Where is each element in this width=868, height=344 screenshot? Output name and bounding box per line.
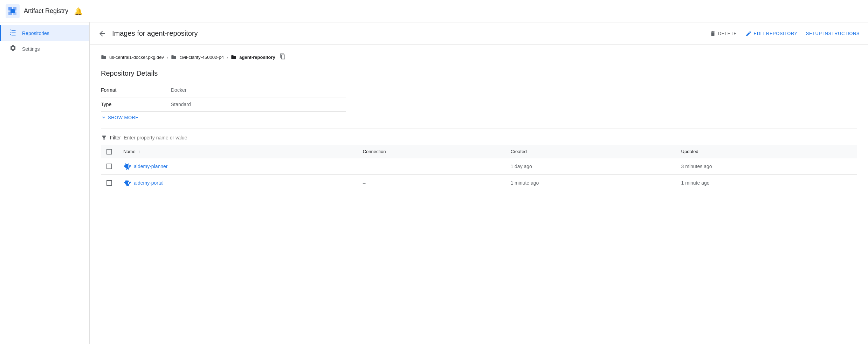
column-created-label: Created bbox=[510, 149, 526, 154]
table-header-row: Name ↑ Connection Created Updated bbox=[101, 145, 857, 158]
chevron-down-icon bbox=[101, 115, 106, 120]
column-connection-label: Connection bbox=[363, 149, 386, 154]
back-button[interactable] bbox=[98, 29, 106, 38]
svg-rect-5 bbox=[11, 9, 15, 13]
table-header-updated: Updated bbox=[676, 145, 857, 158]
copy-icon[interactable] bbox=[280, 53, 286, 61]
top-bar: Artifact Registry 🔔 bbox=[0, 0, 868, 22]
edit-repository-label: EDIT REPOSITORY bbox=[754, 31, 798, 36]
docker-icon-2 bbox=[123, 179, 131, 187]
details-row-format: Format Docker bbox=[101, 83, 346, 97]
breadcrumb-item-registry[interactable]: us-central1-docker.pkg.dev bbox=[101, 54, 164, 60]
delete-icon bbox=[710, 30, 716, 37]
details-value-format: Docker bbox=[171, 83, 346, 97]
image-link-2[interactable]: aidemy-portal bbox=[123, 179, 352, 187]
edit-repository-button[interactable]: EDIT REPOSITORY bbox=[745, 30, 798, 37]
sidebar-item-settings-label: Settings bbox=[22, 46, 40, 52]
details-key-format: Format bbox=[101, 83, 171, 97]
created-value-2: 1 minute ago bbox=[510, 180, 539, 186]
header-actions: DELETE EDIT REPOSITORY SETUP INSTRUCTION… bbox=[710, 30, 860, 37]
row-checkbox-2 bbox=[101, 174, 118, 191]
table-header-created: Created bbox=[505, 145, 675, 158]
artifact-registry-icon bbox=[6, 4, 20, 18]
edit-icon bbox=[745, 30, 752, 37]
row-updated-2: 1 minute ago bbox=[676, 174, 857, 191]
updated-value-1: 3 minutes ago bbox=[681, 164, 712, 169]
repository-details-title: Repository Details bbox=[101, 69, 857, 77]
breadcrumb-label-registry: us-central1-docker.pkg.dev bbox=[109, 55, 164, 60]
docker-icon-1 bbox=[123, 163, 131, 170]
table-row: aidemy-portal – 1 minute ago 1 minute ag… bbox=[101, 174, 857, 191]
checkbox-2[interactable] bbox=[106, 180, 112, 186]
filter-icon bbox=[101, 135, 107, 141]
delete-button[interactable]: DELETE bbox=[710, 30, 737, 37]
main-layout: Repositories Settings Images for agent-r… bbox=[0, 22, 868, 344]
checkbox-1[interactable] bbox=[106, 164, 112, 169]
app-logo: Artifact Registry bbox=[6, 4, 68, 18]
details-key-type: Type bbox=[101, 97, 171, 112]
images-table: Name ↑ Connection Created Updated bbox=[101, 145, 857, 191]
setup-instructions-label: SETUP INSTRUCTIONS bbox=[806, 31, 860, 36]
row-name-1: aidemy-planner bbox=[118, 158, 357, 174]
select-all-checkbox[interactable] bbox=[106, 149, 112, 154]
table-row: aidemy-planner – 1 day ago 3 minutes ago bbox=[101, 158, 857, 174]
show-more-label: SHOW MORE bbox=[108, 115, 139, 120]
filter-bar: Filter bbox=[101, 135, 857, 145]
show-more-button[interactable]: SHOW MORE bbox=[101, 115, 857, 120]
list-icon bbox=[9, 29, 16, 37]
row-checkbox-1 bbox=[101, 158, 118, 174]
repository-details-section: Repository Details Format Docker Type St… bbox=[101, 69, 857, 120]
sidebar-item-settings[interactable]: Settings bbox=[0, 41, 89, 57]
filter-input[interactable] bbox=[124, 135, 857, 140]
column-name-label: Name bbox=[123, 149, 136, 154]
sort-icon[interactable]: ↑ bbox=[138, 149, 140, 154]
row-created-1: 1 day ago bbox=[505, 158, 675, 174]
breadcrumb-separator-2: › bbox=[227, 55, 228, 60]
row-connection-2: – bbox=[357, 174, 505, 191]
notifications-bell-icon[interactable]: 🔔 bbox=[74, 7, 83, 15]
breadcrumb-label-repo: agent-repository bbox=[239, 55, 275, 60]
folder-icon-1 bbox=[101, 54, 106, 60]
folder-icon-3 bbox=[231, 54, 236, 60]
image-name-2: aidemy-portal bbox=[134, 180, 164, 186]
row-updated-1: 3 minutes ago bbox=[676, 158, 857, 174]
row-created-2: 1 minute ago bbox=[505, 174, 675, 191]
row-name-2: aidemy-portal bbox=[118, 174, 357, 191]
divider bbox=[101, 129, 857, 129]
content-area: Images for agent-repository DELETE EDIT … bbox=[90, 22, 868, 344]
created-value-1: 1 day ago bbox=[510, 164, 532, 169]
details-row-type: Type Standard bbox=[101, 97, 346, 112]
updated-value-2: 1 minute ago bbox=[681, 180, 710, 186]
breadcrumb-item-project[interactable]: civil-clarity-450002-p4 bbox=[171, 54, 223, 60]
sidebar-item-repositories-label: Repositories bbox=[22, 30, 49, 36]
breadcrumb: us-central1-docker.pkg.dev › civil-clari… bbox=[101, 53, 857, 61]
content-header: Images for agent-repository DELETE EDIT … bbox=[90, 22, 868, 45]
setup-instructions-button[interactable]: SETUP INSTRUCTIONS bbox=[806, 31, 860, 36]
connection-value-1: – bbox=[363, 164, 366, 169]
table-header-name: Name ↑ bbox=[118, 145, 357, 158]
breadcrumb-label-project: civil-clarity-450002-p4 bbox=[179, 55, 223, 60]
connection-value-2: – bbox=[363, 180, 366, 186]
app-title: Artifact Registry bbox=[24, 7, 68, 15]
page-title: Images for agent-repository bbox=[112, 29, 704, 37]
row-connection-1: – bbox=[357, 158, 505, 174]
details-table: Format Docker Type Standard bbox=[101, 83, 346, 112]
settings-icon bbox=[9, 44, 16, 53]
sidebar-item-repositories[interactable]: Repositories bbox=[0, 25, 89, 41]
breadcrumb-item-repo: agent-repository bbox=[231, 54, 275, 60]
table-header-connection: Connection bbox=[357, 145, 505, 158]
delete-label: DELETE bbox=[718, 31, 737, 36]
folder-icon-2 bbox=[171, 54, 177, 60]
table-header-checkbox bbox=[101, 145, 118, 158]
content-body: us-central1-docker.pkg.dev › civil-clari… bbox=[90, 45, 868, 200]
column-updated-label: Updated bbox=[681, 149, 698, 154]
breadcrumb-separator-1: › bbox=[167, 55, 168, 60]
image-name-1: aidemy-planner bbox=[134, 164, 168, 169]
details-value-type: Standard bbox=[171, 97, 346, 112]
filter-label: Filter bbox=[110, 135, 121, 140]
sidebar: Repositories Settings bbox=[0, 22, 90, 344]
image-link-1[interactable]: aidemy-planner bbox=[123, 163, 352, 170]
